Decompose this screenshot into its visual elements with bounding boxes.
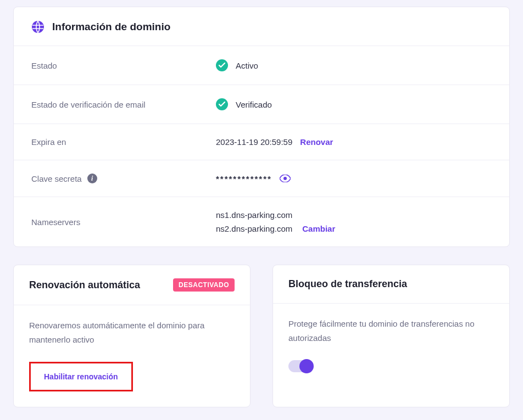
- label-nameservers: Nameservers: [31, 217, 216, 227]
- check-icon: [216, 59, 228, 71]
- auto-renew-title: Renovación automática: [29, 279, 140, 291]
- check-icon: [216, 98, 228, 110]
- value-secret: *************: [216, 174, 272, 183]
- label-status: Estado: [31, 61, 216, 70]
- globe-icon: [31, 20, 44, 33]
- value-ns1: ns1.dns-parking.com: [216, 210, 335, 220]
- row-nameservers: Nameservers ns1.dns-parking.com ns2.dns-…: [14, 197, 509, 247]
- row-expires: Expira en 2023-11-19 20:59:59 Renovar: [14, 124, 509, 160]
- renew-link[interactable]: Renovar: [300, 137, 333, 147]
- highlight-box: Habilitar renovación: [29, 362, 133, 391]
- transfer-lock-toggle[interactable]: [288, 360, 313, 372]
- row-email-verification: Estado de verificación de email Verifica…: [14, 85, 509, 124]
- svg-point-0: [32, 21, 44, 33]
- domain-info-header: Información de dominio: [14, 7, 509, 46]
- label-email-verification: Estado de verificación de email: [31, 100, 216, 109]
- row-secret: Clave secreta i *************: [14, 160, 509, 197]
- auto-renew-card: Renovación automática DESACTIVADO Renova…: [13, 265, 251, 407]
- label-secret: Clave secreta: [31, 174, 82, 183]
- row-status: Estado Activo: [14, 46, 509, 85]
- svg-point-1: [283, 177, 287, 180]
- transfer-lock-card: Bloqueo de transferencia Protege fácilme…: [272, 265, 510, 407]
- label-expires: Expira en: [31, 137, 216, 147]
- domain-info-card: Información de dominio Estado Activo Est…: [13, 7, 510, 247]
- value-expires: 2023-11-19 20:59:59: [216, 137, 292, 147]
- domain-info-title: Información de dominio: [52, 21, 170, 33]
- transfer-lock-description: Protege fácilmente tu dominio de transfe…: [288, 317, 494, 345]
- value-ns2: ns2.dns-parking.com: [216, 224, 292, 233]
- enable-renewal-button[interactable]: Habilitar renovación: [32, 365, 130, 389]
- eye-icon[interactable]: [280, 175, 291, 182]
- change-ns-link[interactable]: Cambiar: [302, 224, 335, 233]
- info-icon[interactable]: i: [87, 173, 97, 183]
- value-email-verification: Verificado: [236, 100, 272, 109]
- value-status: Activo: [236, 61, 258, 70]
- toggle-knob: [299, 359, 314, 373]
- transfer-lock-title: Bloqueo de transferencia: [288, 278, 407, 290]
- auto-renew-description: Renovaremos automáticamente el dominio p…: [29, 318, 235, 346]
- auto-renew-badge: DESACTIVADO: [173, 278, 235, 292]
